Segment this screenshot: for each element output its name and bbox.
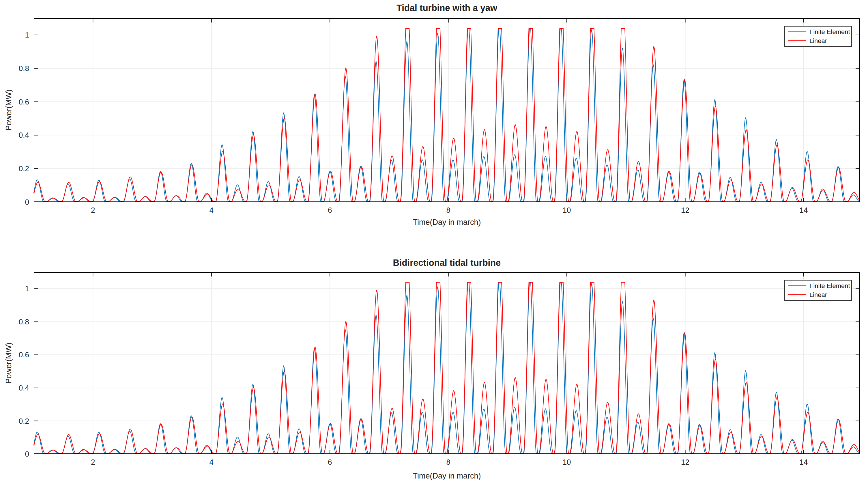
series-line-finite-element xyxy=(34,29,860,202)
series-line-linear xyxy=(34,29,860,202)
y-tick-label: 1 xyxy=(25,31,29,39)
x-tick-label: 2 xyxy=(91,458,95,466)
matlab-figure: Tidal turbine with a yaw Power(MW) 24681… xyxy=(0,0,868,484)
legend-entry: Linear xyxy=(785,290,851,299)
x-tick-label: 6 xyxy=(328,458,332,466)
y-axis-label: Power(MW) xyxy=(4,89,13,131)
y-tick-label: 0.8 xyxy=(19,64,29,73)
axes-box xyxy=(34,272,860,454)
x-axis-label: Time(Day in march) xyxy=(34,217,860,228)
x-tick-label: 10 xyxy=(563,458,571,466)
x-tick-label: 10 xyxy=(563,206,571,214)
y-tick-label: 0 xyxy=(25,198,29,206)
x-tick-label: 8 xyxy=(446,206,450,214)
legend-label: Linear xyxy=(809,291,827,299)
x-tick-label: 14 xyxy=(800,206,808,214)
plot-area: 246810121400.20.40.60.81 xyxy=(34,272,860,454)
legend-label: Finite Element xyxy=(809,282,850,290)
y-tick-label: 0.8 xyxy=(19,317,29,326)
y-tick-label: 1 xyxy=(25,284,29,293)
plot-area: 246810121400.20.40.60.81 xyxy=(34,18,860,202)
y-axis-label: Power(MW) xyxy=(4,342,13,384)
legend-line-swatch-finite-element xyxy=(788,31,806,32)
y-tick-label: 0.2 xyxy=(19,164,29,173)
x-tick-label: 12 xyxy=(681,458,689,466)
x-tick-label: 4 xyxy=(209,458,213,466)
x-tick-label: 6 xyxy=(328,206,332,214)
legend-label: Linear xyxy=(809,37,827,45)
legend: Finite Element Linear xyxy=(784,280,852,301)
legend-entry: Linear xyxy=(785,36,851,45)
y-tick-label: 0.4 xyxy=(19,384,29,392)
y-tick-label: 0.6 xyxy=(19,97,29,106)
y-tick-label: 0.4 xyxy=(19,131,29,140)
legend-line-swatch-linear xyxy=(788,294,806,295)
chart-title: Bidirectional tidal turbine xyxy=(34,258,860,268)
x-tick-label: 12 xyxy=(681,206,689,214)
y-tick-label: 0.2 xyxy=(19,417,29,425)
x-tick-label: 8 xyxy=(446,458,450,466)
legend-entry: Finite Element xyxy=(785,27,851,36)
x-axis-label: Time(Day in march) xyxy=(34,471,860,481)
chart-title: Tidal turbine with a yaw xyxy=(34,3,860,13)
x-tick-label: 4 xyxy=(209,206,213,214)
legend-line-swatch-finite-element xyxy=(788,285,806,286)
legend-entry: Finite Element xyxy=(785,281,851,290)
legend: Finite Element Linear xyxy=(784,26,852,47)
axes-box xyxy=(34,19,860,202)
y-tick-label: 0.6 xyxy=(19,351,29,359)
series-line-finite-element xyxy=(34,282,860,454)
x-tick-label: 14 xyxy=(800,458,808,466)
x-tick-label: 2 xyxy=(91,206,95,214)
series-line-linear xyxy=(34,282,860,454)
y-tick-label: 0 xyxy=(25,450,29,458)
legend-label: Finite Element xyxy=(809,28,850,36)
legend-line-swatch-linear xyxy=(788,40,806,41)
